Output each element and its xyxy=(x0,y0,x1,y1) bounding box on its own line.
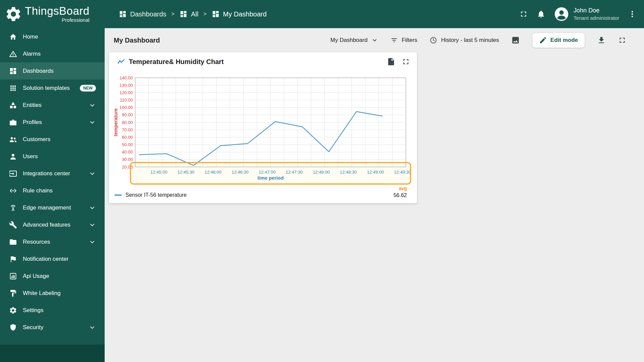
widget-header: Temperature& Humidity Chart xyxy=(109,52,417,68)
sidebar-item-label: Customers xyxy=(23,136,96,143)
avatar xyxy=(554,7,569,21)
svg-text:30.00: 30.00 xyxy=(122,157,133,162)
flag-icon xyxy=(9,255,17,263)
user-icon xyxy=(9,153,17,161)
more-options-button[interactable] xyxy=(628,10,637,18)
dashboard-canvas: Temperature& Humidity Chart 20.0030.0040… xyxy=(105,52,644,362)
filters-button[interactable]: Filters xyxy=(390,36,417,44)
sidebar-item-resources[interactable]: Resources xyxy=(0,233,105,250)
sidebar-item-notification-center[interactable]: Notification center xyxy=(0,250,105,267)
customers-icon xyxy=(9,135,17,143)
legend-agg-label: avg xyxy=(399,186,407,192)
dashboard-select[interactable]: My Dashboard xyxy=(330,37,378,44)
sidebar-item-users[interactable]: Users xyxy=(0,148,105,165)
sidebar-item-profiles[interactable]: Profiles xyxy=(0,114,105,131)
sidebar-footer xyxy=(0,345,105,362)
profiles-icon xyxy=(9,118,17,126)
dashboards-icon xyxy=(9,67,17,75)
legend-series[interactable]: Sensor IT-56 temperature xyxy=(114,192,186,199)
sidebar-item-home[interactable]: Home xyxy=(0,28,105,45)
image-gallery-button[interactable] xyxy=(511,36,520,45)
fullscreen-icon xyxy=(401,57,410,66)
sidebar-item-label: Security xyxy=(23,324,83,331)
legend-series-label: Sensor IT-56 temperature xyxy=(125,192,186,198)
filters-label: Filters xyxy=(402,37,417,44)
sidebar-item-label: Entities xyxy=(23,102,83,109)
dashboard-fullscreen-button[interactable] xyxy=(618,36,627,45)
folder-icon xyxy=(9,238,17,246)
svg-text:80.00: 80.00 xyxy=(122,120,133,125)
kebab-menu-icon xyxy=(628,10,637,18)
fullscreen-icon xyxy=(519,10,528,18)
brand-name: ThingsBoard xyxy=(25,5,90,17)
topbar-actions: John Doe Tenant administrator xyxy=(519,7,637,21)
sidebar: ThingsBoard Professional Home Alarms Das… xyxy=(0,0,105,362)
pencil-icon xyxy=(539,36,547,44)
download-button[interactable] xyxy=(597,36,606,45)
clock-icon xyxy=(429,36,437,44)
svg-text:40.00: 40.00 xyxy=(122,149,133,155)
brand-logo[interactable]: ThingsBoard Professional xyxy=(0,0,105,28)
edit-mode-button[interactable]: Edit mode xyxy=(532,33,585,48)
notifications-button[interactable] xyxy=(537,10,545,18)
dashboard-select-value: My Dashboard xyxy=(330,37,368,44)
edit-mode-label: Edit mode xyxy=(550,37,578,44)
sidebar-item-rule-chains[interactable]: Rule chains xyxy=(0,182,105,199)
sidebar-item-label: Advanced features xyxy=(23,222,83,228)
image-icon xyxy=(511,36,520,45)
user-name: John Doe xyxy=(574,7,619,14)
filter-icon xyxy=(390,36,398,44)
temperature-humidity-widget[interactable]: Temperature& Humidity Chart 20.0030.0040… xyxy=(109,52,417,203)
legend-aggregation: avg 56.62 xyxy=(393,186,407,199)
sidebar-item-white-labeling[interactable]: White Labeling xyxy=(0,285,105,302)
user-menu[interactable]: John Doe Tenant administrator xyxy=(554,7,619,21)
breadcrumb: Dashboards > All > My Dashboard xyxy=(119,10,267,18)
sidebar-item-customers[interactable]: Customers xyxy=(0,131,105,148)
sidebar-item-dashboards[interactable]: Dashboards xyxy=(0,62,105,79)
history-label: History - last 5 minutes xyxy=(441,37,499,44)
timeseries-line-icon xyxy=(117,58,125,66)
history-time-window-button[interactable]: History - last 5 minutes xyxy=(429,36,499,44)
sidebar-item-advanced-features[interactable]: Advanced features xyxy=(0,216,105,233)
breadcrumb-my-dashboard[interactable]: My Dashboard xyxy=(212,10,267,18)
sidebar-item-label: Profiles xyxy=(23,119,83,126)
chevron-down-icon xyxy=(89,119,96,126)
main-area: Dashboards > All > My Dashboard xyxy=(105,0,644,362)
breadcrumb-label: All xyxy=(191,10,198,18)
sidebar-item-alarms[interactable]: Alarms xyxy=(0,45,105,62)
sidebar-item-label: Settings xyxy=(23,307,96,314)
dashboard-toolbar: My Dashboard My Dashboard Filters Histor… xyxy=(105,28,644,52)
api-usage-chart-icon xyxy=(9,272,17,280)
temperature-chart: 20.0030.0040.0050.0060.0070.0080.0090.00… xyxy=(113,68,412,186)
svg-text:temperature: temperature xyxy=(113,108,118,136)
svg-text:70.00: 70.00 xyxy=(122,127,133,132)
topbar: Dashboards > All > My Dashboard xyxy=(105,0,644,28)
sidebar-item-integrations-center[interactable]: Integrations center xyxy=(0,165,105,182)
sidebar-item-security[interactable]: Security xyxy=(0,319,105,336)
fullscreen-button[interactable] xyxy=(519,10,528,18)
sidebar-item-edge-management[interactable]: Edge management xyxy=(0,199,105,216)
sidebar-item-settings[interactable]: Settings xyxy=(0,302,105,319)
breadcrumb-all[interactable]: All xyxy=(179,10,198,18)
warning-icon xyxy=(9,50,17,58)
svg-text:50.00: 50.00 xyxy=(122,142,133,147)
svg-text:140.00: 140.00 xyxy=(119,75,133,80)
breadcrumb-label: Dashboards xyxy=(130,10,166,18)
export-widget-button[interactable] xyxy=(387,57,395,66)
widget-fullscreen-button[interactable] xyxy=(401,57,410,66)
sidebar-item-api-usage[interactable]: Api Usage xyxy=(0,267,105,285)
svg-text:120.00: 120.00 xyxy=(119,90,133,95)
brand-edition: Professional xyxy=(62,17,90,23)
file-export-icon xyxy=(387,57,395,66)
dashboards-icon xyxy=(119,10,127,18)
breadcrumb-dashboards[interactable]: Dashboards xyxy=(119,10,166,18)
sidebar-item-label: Solution templates xyxy=(23,85,74,92)
user-role: Tenant administrator xyxy=(574,15,619,21)
thingsboard-logo-icon xyxy=(5,5,22,23)
legend-series-marker xyxy=(114,194,122,196)
integrations-icon xyxy=(9,170,17,178)
sidebar-item-entities[interactable]: Entities xyxy=(0,97,105,114)
sidebar-item-solution-templates[interactable]: Solution templatesNEW xyxy=(0,79,105,97)
rule-chains-icon xyxy=(9,187,17,195)
download-icon xyxy=(597,36,606,45)
